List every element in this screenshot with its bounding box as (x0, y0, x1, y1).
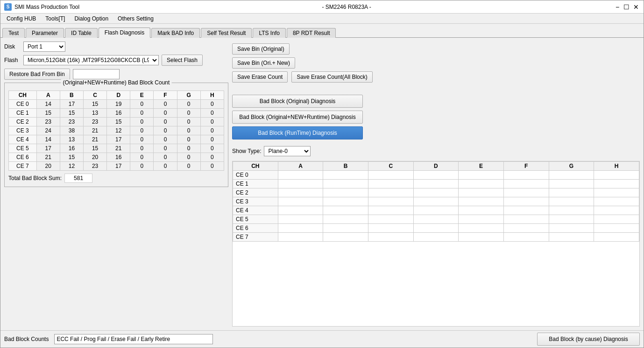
tab-self-test-result[interactable]: Self Test Result (201, 28, 252, 38)
total-row: Total Bad Block Sum: 581 (8, 174, 224, 183)
tabs-bar: Test Parameter ID Table Flash Diagnosis … (0, 24, 644, 38)
lower-table: CH A B C D E F G H (233, 161, 639, 242)
lt-col-a: A (278, 162, 323, 171)
close-button[interactable]: ✕ (632, 3, 640, 11)
table-row: CE 2 (233, 188, 639, 197)
save-section: Save Bin (Original) Save Bin (Ori.+ New)… (232, 42, 640, 84)
bottom-right: Bad Block (by cause) Diagnosis (537, 333, 640, 346)
title-bar-left: S SMI Mass Production Tool (4, 3, 79, 11)
bad-block-original-new-runtime-button[interactable]: Bad Block (Original+NEW+Runtime) Diagnos… (232, 111, 363, 124)
flash-row: Flash Micron,512Gbit (16k) ,MT29F512G08C… (4, 55, 228, 66)
restore-input[interactable] (73, 69, 120, 79)
bb-col-ch: CH (9, 91, 37, 100)
bb-col-c: C (83, 91, 106, 100)
bottom-bar: Bad Block Counts Bad Block (by cause) Di… (0, 330, 644, 348)
menu-others-setting[interactable]: Others Setting (113, 14, 158, 23)
bb-col-h: H (200, 91, 224, 100)
bad-block-counts-label: Bad Block Counts (4, 336, 49, 342)
table-row: CE 5 (233, 215, 639, 224)
show-type-label: Show Type: (232, 148, 261, 154)
left-panel: Disk Port 1 Flash Micron,512Gbit (16k) ,… (4, 42, 228, 327)
restore-row: Restore Bad From Bin (4, 69, 228, 80)
table-row: CE 6211520160000 (9, 153, 224, 162)
main-window: S SMI Mass Production Tool - SM2246 R082… (0, 0, 644, 348)
bb-col-b: B (60, 91, 83, 100)
disk-select[interactable]: Port 1 (23, 42, 65, 52)
table-row: CE 3243821120000 (9, 126, 224, 135)
tab-lts-info[interactable]: LTS Info (253, 28, 285, 38)
maximize-button[interactable]: ☐ (623, 3, 630, 11)
menu-tools[interactable]: Tools[T] (41, 14, 69, 23)
flash-select[interactable]: Micron,512Gbit (16k) ,MT29F512G08CKCCB (… (23, 55, 159, 65)
bb-col-f: F (154, 91, 177, 100)
bad-block-original-diagnosis-button[interactable]: Bad Block (Original) Diagnosis (232, 95, 363, 108)
menu-bar: Config HUB Tools[T] Dialog Option Others… (0, 14, 644, 24)
bad-block-runtime-button[interactable]: Bad Block (RunTime) Diagnosis (232, 126, 363, 139)
table-row: CE 1151513160000 (9, 109, 224, 118)
table-row: CE 7 (233, 233, 639, 242)
table-row: CE 0141715190000 (9, 100, 224, 109)
table-row: CE 0 (233, 171, 639, 180)
table-row: CE 7201223170000 (9, 162, 224, 171)
save-bin-original-button[interactable]: Save Bin (Original) (232, 43, 290, 55)
minimize-button[interactable]: − (614, 3, 621, 11)
table-row: CE 2232323150000 (9, 118, 224, 126)
bad-block-by-cause-button[interactable]: Bad Block (by cause) Diagnosis (537, 333, 640, 346)
lt-col-c: C (368, 162, 413, 171)
lt-col-e: E (459, 162, 504, 171)
bad-block-legend: (Original+NEW+Runtime) Bad Block Count (61, 79, 172, 86)
show-type-select[interactable]: Plane-0 Plane-1 All (264, 146, 311, 156)
disk-label: Disk (4, 43, 21, 50)
bb-col-d: D (107, 91, 130, 100)
flash-label: Flash (4, 57, 21, 63)
total-value: 581 (64, 174, 92, 183)
table-row: CE 6 (233, 224, 639, 233)
table-row: CE 5171615210000 (9, 144, 224, 153)
show-type-row: Show Type: Plane-0 Plane-1 All (232, 146, 640, 156)
save-erase-count-button[interactable]: Save Erase Count (232, 71, 288, 83)
lt-col-b: B (323, 162, 368, 171)
lt-col-h: H (594, 162, 639, 171)
tab-8p-rdt-result[interactable]: 8P RDT Result (287, 28, 336, 38)
tab-parameter[interactable]: Parameter (26, 28, 64, 38)
diagnosis-section: Bad Block (Original) Diagnosis Bad Block… (232, 95, 640, 139)
right-panel: Save Bin (Original) Save Bin (Ori.+ New)… (232, 42, 640, 327)
main-content: Disk Port 1 Flash Micron,512Gbit (16k) ,… (0, 38, 644, 330)
ecc-fail-input[interactable] (54, 334, 213, 344)
table-row: CE 3 (233, 197, 639, 206)
total-label: Total Bad Block Sum: (8, 175, 62, 181)
menu-dialog-option[interactable]: Dialog Option (70, 14, 113, 23)
lt-col-d: D (413, 162, 459, 171)
title-subtitle: - SM2246 R0823A - (322, 4, 371, 10)
table-row: CE 1 (233, 180, 639, 188)
lt-col-ch: CH (233, 162, 278, 171)
table-row: CE 4 (233, 206, 639, 215)
tab-mark-bad-info[interactable]: Mark BAD Info (151, 28, 200, 38)
bb-col-g: G (177, 91, 200, 100)
bad-block-group: (Original+NEW+Runtime) Bad Block Count C… (4, 83, 228, 187)
tab-flash-diagnosis[interactable]: Flash Diagnosis (99, 28, 150, 38)
menu-config-hub[interactable]: Config HUB (2, 14, 40, 23)
app-title: SMI Mass Production Tool (14, 4, 79, 10)
lt-col-g: G (549, 162, 594, 171)
tab-test[interactable]: Test (2, 28, 25, 38)
window-controls: − ☐ ✕ (614, 3, 640, 11)
select-flash-button[interactable]: Select Flash (162, 55, 203, 66)
restore-bad-from-bin-button[interactable]: Restore Bad From Bin (4, 69, 70, 80)
bb-col-a: A (36, 91, 60, 100)
lower-table-section: CH A B C D E F G H (232, 161, 640, 327)
disk-row: Disk Port 1 (4, 42, 228, 52)
app-icon: S (4, 3, 12, 11)
main-area: Disk Port 1 Flash Micron,512Gbit (16k) ,… (0, 38, 644, 348)
save-bin-ori-new-button[interactable]: Save Bin (Ori.+ New) (232, 57, 295, 69)
tab-id-table[interactable]: ID Table (65, 28, 98, 38)
bad-block-table: CH A B C D E F G H (8, 90, 224, 171)
save-erase-count-all-button[interactable]: Save Erase Count(All Block) (291, 71, 372, 83)
bb-col-e: E (130, 91, 154, 100)
title-bar: S SMI Mass Production Tool - SM2246 R082… (0, 0, 644, 14)
table-row: CE 4141321170000 (9, 135, 224, 144)
lt-col-f: F (503, 162, 549, 171)
